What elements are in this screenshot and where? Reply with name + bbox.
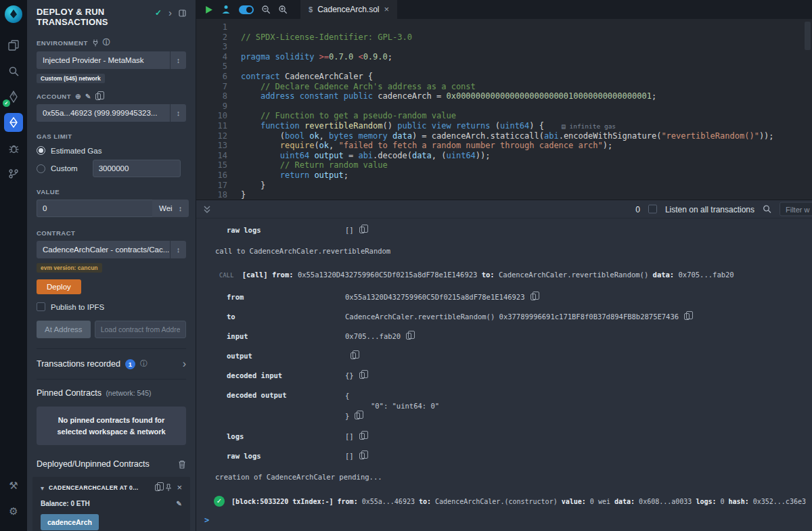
copy-icon[interactable] bbox=[359, 453, 365, 459]
code-line[interactable] bbox=[241, 101, 812, 112]
editor-gutter: 123456789101112131415161718 bbox=[196, 22, 227, 200]
contract-select[interactable]: CadenceArchCaler - contracts/Cac... ↕ bbox=[37, 241, 186, 258]
terminal-block-line[interactable]: ✓[block:5033220 txIndex:-] from: 0x55a..… bbox=[196, 488, 812, 513]
code-line[interactable]: // Function to get a pseudo-random value bbox=[241, 111, 812, 121]
settings-icon[interactable]: ⚙ bbox=[4, 502, 23, 521]
close-icon[interactable]: × bbox=[384, 6, 390, 13]
search-icon[interactable] bbox=[4, 62, 23, 80]
copy-icon[interactable] bbox=[95, 93, 101, 100]
zoom-out-icon[interactable] bbox=[261, 5, 271, 14]
at-address-input[interactable] bbox=[95, 321, 186, 338]
code-line[interactable]: contract CadenceArchCaler { bbox=[241, 72, 812, 82]
add-account-icon[interactable]: ⊕ bbox=[75, 93, 81, 100]
gas-custom-input[interactable] bbox=[93, 160, 181, 177]
code-line[interactable]: // Return random value bbox=[241, 160, 812, 170]
copy-icon[interactable] bbox=[684, 313, 690, 320]
code-line[interactable]: } bbox=[241, 190, 812, 200]
deployed-contracts-title: Deployed/Unpinned Contracts bbox=[37, 459, 150, 469]
code-editor[interactable]: 123456789101112131415161718 // SPDX-Lice… bbox=[196, 19, 812, 200]
at-address-button[interactable]: At Address bbox=[37, 321, 91, 338]
chevron-down-icon[interactable]: ▾ bbox=[41, 484, 44, 492]
code-line[interactable]: // SPDX-License-Identifier: GPL-3.0 bbox=[241, 32, 812, 43]
code-line[interactable]: address constant public cadenceArch = 0x… bbox=[241, 91, 812, 101]
caret-updown-icon: ↕ bbox=[173, 200, 189, 217]
code-line[interactable] bbox=[241, 42, 812, 52]
publish-ipfs-checkbox[interactable] bbox=[37, 302, 45, 311]
code-line[interactable]: pragma solidity >=0.7.0 <0.9.0; bbox=[241, 52, 812, 62]
code-line[interactable]: } bbox=[241, 181, 812, 191]
plug-icon[interactable] bbox=[92, 39, 99, 47]
line-number: 4 bbox=[196, 52, 227, 62]
chevron-right-icon[interactable]: › bbox=[183, 358, 186, 370]
terminal-prompt[interactable]: > bbox=[196, 513, 812, 531]
search-icon[interactable] bbox=[763, 205, 771, 214]
code-line[interactable]: function revertibleRandom() public view … bbox=[241, 121, 812, 131]
terminal-kv-label: raw logs bbox=[227, 452, 345, 461]
run-script-icon[interactable] bbox=[204, 5, 213, 14]
trash-icon[interactable] bbox=[178, 460, 186, 469]
solidity-compiler-icon[interactable]: ✓ bbox=[4, 87, 23, 106]
remix-logo-icon[interactable] bbox=[5, 5, 22, 23]
copy-icon[interactable] bbox=[359, 433, 365, 440]
call-origin-tag: call bbox=[219, 272, 234, 279]
pinned-contracts-title: Pinned Contracts bbox=[37, 388, 102, 398]
debugger-icon[interactable] bbox=[4, 139, 23, 158]
custom-gas-radio[interactable] bbox=[37, 164, 45, 173]
terminal-kv-value: [] bbox=[345, 226, 365, 235]
code-line[interactable]: uint64 output = abi.decode(data, (uint64… bbox=[241, 151, 812, 161]
terminal-body: raw logs[]call to CadenceArchCaler.rever… bbox=[196, 218, 812, 513]
line-number: 5 bbox=[196, 62, 227, 72]
estimated-gas-radio[interactable] bbox=[37, 146, 45, 155]
zoom-in-icon[interactable] bbox=[278, 5, 288, 14]
file-explorer-icon[interactable] bbox=[4, 36, 23, 55]
editor-scrollbar[interactable] bbox=[805, 22, 811, 50]
evm-version-badge: evm version: cancun bbox=[37, 263, 102, 273]
copy-icon[interactable] bbox=[359, 227, 365, 233]
line-number: 11 bbox=[196, 121, 227, 131]
check-icon: ✓ bbox=[155, 8, 162, 18]
line-number: 12 bbox=[196, 131, 227, 141]
terminal-call-line[interactable]: call[call] from: 0x55a1320D432759960C5Df… bbox=[196, 262, 812, 287]
copy-icon[interactable] bbox=[406, 333, 411, 340]
tab-cadencearch[interactable]: $ CadenceArch.sol × bbox=[300, 0, 397, 19]
info-icon[interactable]: ⓘ bbox=[140, 359, 148, 369]
code-line[interactable]: // Declare Cadence Arch's address as a c… bbox=[241, 82, 812, 92]
info-icon[interactable]: ⓘ bbox=[103, 38, 110, 47]
close-icon[interactable]: × bbox=[177, 484, 182, 491]
copy-icon[interactable] bbox=[355, 413, 360, 419]
value-input[interactable] bbox=[37, 200, 152, 217]
copy-icon[interactable] bbox=[155, 484, 160, 491]
cadencearch-function-button[interactable]: cadenceArch bbox=[41, 514, 99, 530]
code-line[interactable]: (bool ok, bytes memory data) = cadenceAr… bbox=[241, 131, 812, 141]
listen-transactions-checkbox[interactable] bbox=[648, 205, 657, 214]
collapse-terminal-icon[interactable] bbox=[203, 205, 211, 214]
unit-select[interactable]: Wei ↕ bbox=[152, 200, 189, 217]
filter-input[interactable] bbox=[780, 202, 812, 216]
chevron-right-icon[interactable]: › bbox=[168, 9, 172, 16]
plugin-manager-icon[interactable]: ⚒ bbox=[4, 476, 23, 495]
environment-label: ENVIRONMENT bbox=[37, 39, 88, 47]
remix-ai-icon[interactable] bbox=[221, 5, 231, 14]
code-line[interactable]: return output; bbox=[241, 170, 812, 181]
copy-icon[interactable] bbox=[531, 294, 536, 300]
edit-icon[interactable]: ✎ bbox=[177, 500, 182, 507]
code-line[interactable] bbox=[241, 22, 812, 32]
terminal-kv-value: CadenceArchCaler.revertibleRandom() 0x37… bbox=[345, 313, 690, 321]
git-icon[interactable] bbox=[4, 164, 23, 183]
toggle-icon[interactable] bbox=[239, 5, 254, 14]
deploy-run-icon[interactable] bbox=[4, 113, 23, 132]
deployed-contract-card: ▾ CADENCEARCHCALER AT 0... × Balance: 0 … bbox=[32, 477, 190, 531]
terminal-text-line: creation of CadenceArchCaler pending... bbox=[196, 466, 812, 488]
environment-select[interactable]: Injected Provider - MetaMask ↕ bbox=[37, 51, 186, 69]
code-line[interactable]: require(ok, "failed to fetch a random nu… bbox=[241, 141, 812, 151]
copy-icon[interactable] bbox=[351, 352, 356, 359]
tab-bar: $ CadenceArch.sol × bbox=[196, 0, 812, 19]
account-select[interactable]: 0x55a...46923 (999.999945323... ↕ bbox=[37, 104, 186, 122]
code-line[interactable] bbox=[241, 62, 812, 72]
copy-icon[interactable] bbox=[359, 372, 365, 379]
transactions-count-badge: 1 bbox=[125, 359, 135, 369]
pin-icon[interactable] bbox=[165, 484, 172, 492]
pin-panel-icon[interactable] bbox=[179, 9, 186, 17]
deploy-button[interactable]: Deploy bbox=[37, 279, 81, 294]
edit-icon[interactable]: ✎ bbox=[85, 93, 91, 100]
